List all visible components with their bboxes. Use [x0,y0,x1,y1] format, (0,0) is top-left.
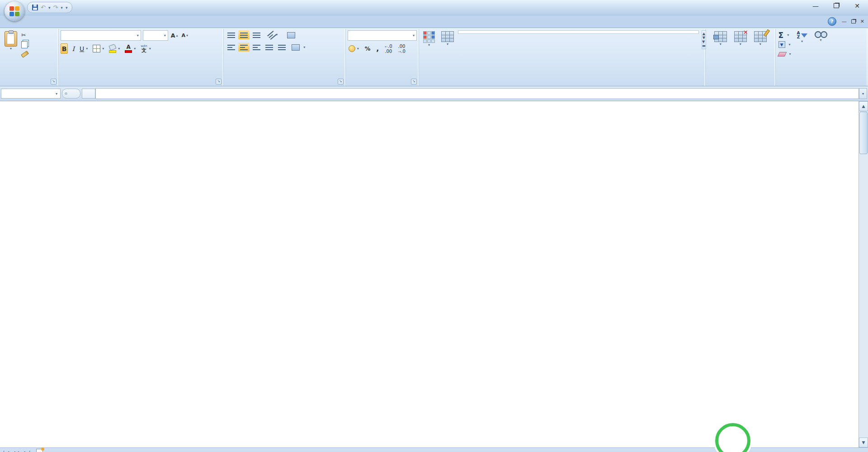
redo-icon[interactable]: ↷ [53,4,58,11]
prev-sheet-icon[interactable]: ◀ [12,450,15,452]
borders-button[interactable]: ▾ [92,44,105,53]
clipboard-dialog-launcher-icon[interactable]: ↘ [51,79,57,85]
insert-worksheet-tab[interactable] [33,448,46,452]
align-top-button[interactable] [226,31,237,40]
bold-button[interactable]: B [61,43,68,54]
align-left-button[interactable] [226,43,237,52]
undo-icon[interactable]: ↶ [41,4,46,11]
workbook-close-button[interactable]: ✕ [860,19,864,24]
cut-button[interactable]: ✂ [20,30,31,40]
comma-button[interactable]: , [375,44,380,53]
gallery-up-icon[interactable]: ▲ [703,32,705,36]
align-middle-button[interactable] [238,31,250,40]
scroll-up-icon[interactable]: ▲ [859,101,868,111]
excel-window: ↶▾ ↷▾ ▾ — ✕ ? — ✕ ▾ [0,0,868,452]
gallery-down-icon[interactable]: ▼ [703,36,705,40]
orientation-button[interactable]: ▾ [266,31,279,40]
align-center-button[interactable] [238,43,250,52]
style-gallery [458,30,699,34]
sort-filter-button[interactable]: AZ ▾ [795,30,810,59]
increase-indent-button[interactable] [276,43,288,52]
filter-funnel-icon [801,33,807,38]
increase-decimal-button[interactable]: ←.0.00 [384,44,393,53]
save-icon[interactable] [32,5,38,10]
brush-icon [21,51,29,58]
format-cells-button[interactable]: ▾ [752,30,769,47]
format-cells-icon [754,31,767,42]
first-sheet-icon[interactable]: ❘◀ [2,450,9,452]
paste-button[interactable]: ▾ [2,30,19,59]
percent-button[interactable]: % [364,44,372,53]
format-painter-button[interactable] [20,49,31,59]
group-styles: ▾ ▾ ▲ ▼ ▼▬ [419,29,706,86]
fill-color-button[interactable]: ▾ [108,44,121,53]
paint-bucket-icon [109,43,117,50]
delete-cells-button[interactable]: ▾ [732,30,749,47]
window-controls: — ✕ [809,2,863,9]
name-box[interactable]: ▾ [1,89,61,99]
decrease-indent-button[interactable] [264,43,275,52]
expand-formula-bar-icon[interactable]: ▾ [859,88,867,99]
underline-button[interactable]: U▾ [79,44,89,53]
align-right-button[interactable] [251,43,262,52]
italic-button[interactable]: I [71,44,75,53]
title-bar: ↶▾ ↷▾ ▾ — ✕ [0,0,868,15]
vertical-scrollbar[interactable]: ▲ ▼ [859,101,868,447]
grow-font-button[interactable]: A▴ [170,31,179,40]
group-cells: ▾ ▾ ▾ [706,29,776,86]
coin-icon [349,45,355,52]
office-button[interactable] [5,1,24,21]
help-icon[interactable]: ? [828,17,836,26]
worksheet-grid[interactable] [0,101,859,447]
font-dialog-launcher-icon[interactable]: ↘ [216,79,222,85]
restore-button[interactable] [830,2,843,9]
decrease-decimal-button[interactable]: .00→.0 [397,44,406,53]
autosum-button[interactable]: Σ▾ [778,30,792,40]
formula-input[interactable] [95,88,859,99]
group-clipboard: ▾ ✂ ↘ [0,29,59,86]
alignment-dialog-launcher-icon[interactable]: ↘ [338,79,344,85]
group-alignment: ▾ ▾ ↘ [224,29,346,86]
last-sheet-icon[interactable]: ▶❘ [24,450,31,452]
merge-center-button[interactable]: ▾ [291,42,306,52]
workbook-restore-button[interactable] [851,19,856,24]
gallery-more-icon[interactable]: ▼▬ [702,40,706,48]
shrink-font-button[interactable]: A▾ [180,31,189,40]
copy-button[interactable] [20,40,31,49]
quick-access-toolbar: ↶▾ ↷▾ ▾ [27,2,72,13]
align-bottom-button[interactable] [251,31,262,40]
group-number: ▾ ▾ % , ←.0.00 .00→.0 ↘ [346,29,419,86]
format-as-table-button[interactable]: ▾ [439,30,456,47]
number-dialog-launcher-icon[interactable]: ↘ [411,79,417,85]
insert-function-button[interactable] [82,89,95,99]
copy-icon [21,41,28,48]
qat-customize-icon[interactable]: ▾ [66,5,68,10]
eraser-icon [777,52,787,56]
next-sheet-icon[interactable]: ▶ [18,450,22,452]
ribbon-tab-row: ? — ✕ [0,15,868,28]
wrap-text-button[interactable] [286,30,298,40]
font-color-button[interactable]: A▾ [124,44,137,53]
clear-button[interactable]: ▾ [778,49,792,59]
scrollbar-thumb[interactable] [859,112,868,154]
number-format-select[interactable]: ▾ [348,30,417,41]
workbook-minimize-button[interactable]: — [842,19,847,24]
phonetic-guide-button[interactable]: wén文▾ [140,44,151,53]
group-editing: Σ▾ ▼▾ ▾ AZ ▾ ▾ [776,29,868,86]
sheet-nav: ❘◀ ◀ ▶ ▶❘ [0,448,33,452]
currency-button[interactable]: ▾ [348,44,360,53]
close-button[interactable]: ✕ [851,2,863,9]
font-size-select[interactable]: ▾ [143,30,168,41]
scroll-down-icon[interactable]: ▼ [859,438,868,447]
insert-cells-button[interactable]: ▾ [712,30,729,47]
borders-icon [93,45,100,52]
fill-down-icon: ▼ [778,41,785,48]
office-logo-icon [9,6,19,16]
font-name-select[interactable]: ▾ [61,30,141,41]
minimize-button[interactable]: — [809,2,822,9]
merge-center-icon [292,44,300,51]
fill-button[interactable]: ▼▾ [778,40,792,49]
ribbon: ▾ ✂ ↘ ▾ ▾ A▴ A▾ B I U▾ ▾ [0,28,868,86]
conditional-formatting-button[interactable]: ▾ [421,30,437,48]
find-select-button[interactable]: ▾ [812,30,830,59]
